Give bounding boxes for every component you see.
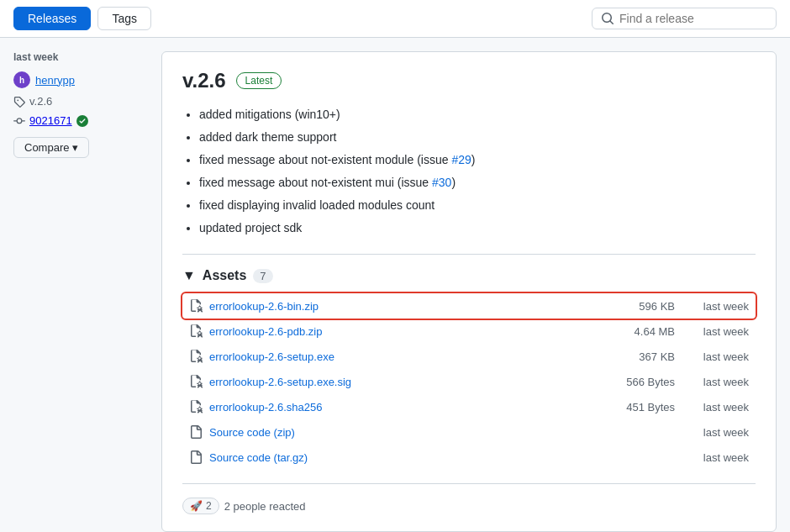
compare-arrow-icon: ▾: [72, 141, 78, 154]
asset-row-pdb-zip: errorlookup-2.6-pdb.zip 4.64 MB last wee…: [182, 319, 756, 344]
tag-icon: [13, 96, 25, 108]
tags-tab[interactable]: Tags: [97, 7, 151, 30]
zip-file-icon-3: [189, 350, 203, 363]
asset-name-text-setup-exe: errorlookup-2.6-setup.exe: [209, 350, 334, 363]
sidebar-commit-link[interactable]: 9021671: [29, 114, 72, 127]
assets-header: ▼ Assets 7: [182, 268, 756, 283]
asset-date-sha256: last week: [682, 401, 749, 413]
note-item-4: fixed message about not-existent mui (is…: [199, 174, 756, 192]
asset-link-sha256[interactable]: errorlookup-2.6.sha256: [209, 401, 601, 413]
compare-label: Compare: [24, 141, 69, 154]
asset-link-pdb-zip[interactable]: errorlookup-2.6-pdb.zip: [209, 325, 601, 338]
asset-size-setup-exe: 367 KB: [608, 350, 675, 363]
asset-size-setup-sig: 566 Bytes: [608, 376, 675, 388]
divider: [182, 254, 756, 255]
top-bar: Releases Tags: [0, 0, 790, 38]
issue-30-link[interactable]: #30: [432, 176, 451, 189]
releases-tab[interactable]: Releases: [13, 7, 91, 30]
reactions-divider: [182, 483, 756, 484]
sidebar-commit-row: 9021671: [13, 114, 148, 127]
verified-icon: [76, 115, 88, 127]
reaction-badge[interactable]: 🚀 2: [182, 498, 219, 514]
asset-date-setup-exe: last week: [682, 350, 749, 363]
sidebar: last week h henrypp v.2.6 9021671 Compar…: [13, 51, 148, 158]
search-box: [592, 8, 777, 29]
assets-label: Assets: [203, 268, 246, 283]
source-file-icon-1: [189, 425, 203, 439]
search-input[interactable]: [619, 12, 767, 25]
asset-name-text-pdb-zip: errorlookup-2.6-pdb.zip: [209, 325, 322, 338]
asset-date-source-targz: last week: [682, 451, 749, 464]
asset-date-pdb-zip: last week: [682, 325, 749, 338]
zip-file-icon-2: [189, 324, 203, 338]
release-version: v.2.6: [182, 69, 226, 92]
zip-file-icon-1: [189, 299, 203, 313]
search-icon: [601, 12, 614, 25]
reaction-count: 2: [206, 500, 212, 512]
sidebar-tag-row: v.2.6: [13, 95, 148, 108]
asset-date-bin-zip: last week: [682, 300, 749, 313]
asset-link-bin-zip[interactable]: errorlookup-2.6-bin.zip: [209, 300, 601, 313]
asset-name-text-setup-sig: errorlookup-2.6-setup.exe.sig: [209, 376, 351, 388]
note-item-2: added dark theme support: [199, 129, 756, 146]
note-item-5: fixed displaying invalid loaded modules …: [199, 197, 756, 214]
asset-row-setup-exe: errorlookup-2.6-setup.exe 367 KB last we…: [182, 344, 756, 369]
asset-row-source-targz: Source code (tar.gz) last week: [182, 445, 756, 470]
note-item-1: added mitigations (win10+): [199, 106, 756, 124]
compare-button[interactable]: Compare ▾: [13, 137, 89, 158]
asset-date-source-zip: last week: [682, 426, 749, 439]
reactions-row: 🚀 2 2 people reacted: [182, 498, 756, 514]
asset-row-setup-sig: errorlookup-2.6-setup.exe.sig 566 Bytes …: [182, 369, 756, 394]
reaction-emoji: 🚀: [190, 500, 203, 512]
asset-size-pdb-zip: 4.64 MB: [608, 325, 675, 338]
note-item-3: fixed message about not-existent module …: [199, 151, 756, 169]
sidebar-user-row: h henrypp: [13, 71, 148, 88]
asset-size-bin-zip: 596 KB: [608, 300, 675, 313]
asset-row-source-zip: Source code (zip) last week: [182, 419, 756, 445]
sidebar-username[interactable]: henrypp: [35, 74, 75, 87]
asset-link-source-zip[interactable]: Source code (zip): [209, 426, 601, 439]
asset-link-setup-sig[interactable]: errorlookup-2.6-setup.exe.sig: [209, 376, 601, 388]
commit-icon: [13, 115, 25, 127]
latest-badge: Latest: [236, 72, 282, 89]
zip-file-icon-4: [189, 375, 203, 388]
asset-date-setup-sig: last week: [682, 376, 749, 388]
release-header: v.2.6 Latest: [182, 69, 756, 92]
asset-size-sha256: 451 Bytes: [608, 401, 675, 413]
release-card: v.2.6 Latest added mitigations (win10+) …: [161, 51, 777, 532]
main-layout: last week h henrypp v.2.6 9021671 Compar…: [0, 38, 790, 532]
assets-count: 7: [253, 269, 272, 283]
sidebar-period: last week: [13, 51, 148, 63]
assets-list: errorlookup-2.6-bin.zip 596 KB last week…: [182, 293, 756, 470]
issue-29-link[interactable]: #29: [451, 153, 471, 166]
asset-link-source-targz[interactable]: Source code (tar.gz): [209, 451, 601, 464]
sidebar-tag: v.2.6: [29, 95, 52, 108]
asset-row-bin-zip: errorlookup-2.6-bin.zip 596 KB last week: [182, 293, 756, 319]
assets-toggle-icon[interactable]: ▼: [182, 268, 196, 283]
asset-name-text-bin-zip: errorlookup-2.6-bin.zip: [209, 300, 319, 313]
zip-file-icon-5: [189, 400, 203, 413]
asset-link-setup-exe[interactable]: errorlookup-2.6-setup.exe: [209, 350, 601, 363]
source-file-icon-2: [189, 450, 203, 464]
note-item-6: updated project sdk: [199, 219, 756, 237]
asset-name-text-sha256: errorlookup-2.6.sha256: [209, 401, 322, 413]
asset-name-text-source-zip: Source code (zip): [209, 426, 295, 439]
asset-name-text-source-targz: Source code (tar.gz): [209, 451, 308, 464]
release-notes: added mitigations (win10+) added dark th…: [182, 106, 756, 237]
reactions-label: 2 people reacted: [224, 500, 306, 513]
avatar: h: [13, 71, 30, 88]
asset-row-sha256: errorlookup-2.6.sha256 451 Bytes last we…: [182, 394, 756, 419]
